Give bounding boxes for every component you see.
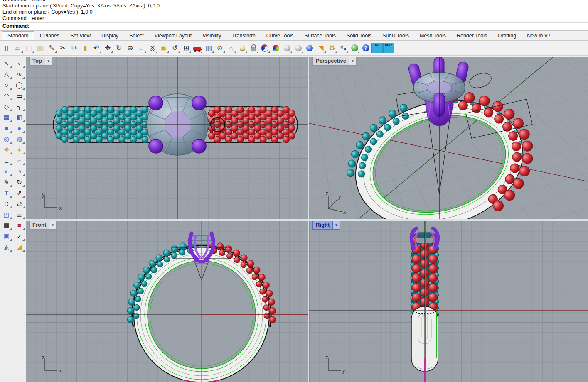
- pan-hand-icon[interactable]: ✥: [102, 43, 113, 54]
- cut-icon[interactable]: ✂: [57, 43, 68, 54]
- viewport-top[interactable]: Top ▼ y x: [26, 57, 308, 219]
- tab-mesh-tools[interactable]: Mesh Tools: [414, 32, 451, 40]
- tab-new-in-v7[interactable]: New in V7: [522, 32, 556, 40]
- tool-move-scale-icon[interactable]: ⇗: [14, 188, 25, 198]
- tool-blast-icon[interactable]: ✶: [14, 144, 25, 155]
- viewport-perspective[interactable]: Perspective ▼ z y x: [309, 57, 588, 219]
- tab-cplanes[interactable]: CPlanes: [34, 32, 65, 40]
- tool-ellipse-icon[interactable]: ◯: [14, 80, 25, 90]
- tab-select[interactable]: Select: [124, 32, 149, 40]
- chevron-down-icon[interactable]: ▼: [349, 57, 356, 65]
- edit-document-icon[interactable]: ✎: [46, 43, 57, 54]
- render-sphere-icon[interactable]: [282, 43, 293, 54]
- viewport-front[interactable]: Front ▼ z x: [26, 221, 308, 382]
- undo-view-change-icon[interactable]: ↺: [170, 43, 180, 54]
- spotlight-cone-icon[interactable]: ◥: [315, 43, 326, 54]
- tab-surface-tools[interactable]: Surface Tools: [299, 32, 341, 40]
- rotate-view-icon[interactable]: ↻: [113, 43, 124, 54]
- viewport-right[interactable]: Right ▼ z y: [309, 221, 588, 382]
- tool-fillet-edge-icon[interactable]: ∟: [1, 155, 12, 166]
- chevron-down-icon[interactable]: ▼: [49, 221, 56, 229]
- tool-surface-deform-icon[interactable]: ▨: [14, 134, 25, 144]
- viewport-layout-icon[interactable]: ⊞: [181, 43, 192, 54]
- tool-surface-from-points-icon[interactable]: ▦: [1, 112, 12, 122]
- tool-surface-icon[interactable]: ◧: [14, 112, 25, 122]
- tool-curve-interpolate-icon[interactable]: ∿: [14, 69, 25, 79]
- tool-array-grid-icon[interactable]: ▦: [1, 220, 12, 230]
- tool-sphere-icon[interactable]: ●: [14, 123, 25, 133]
- help-icon[interactable]: [360, 43, 371, 54]
- command-input[interactable]: Command:: [0, 22, 588, 31]
- zoom-window-icon[interactable]: ◌: [136, 43, 147, 54]
- tool-box-icon[interactable]: ■: [1, 123, 12, 133]
- tool-environment-map-icon[interactable]: ≣: [14, 209, 25, 220]
- tab-subd-tools[interactable]: SubD Tools: [377, 32, 414, 40]
- light-bulb-icon[interactable]: [237, 43, 248, 54]
- tab-drafting[interactable]: Drafting: [492, 32, 522, 40]
- tool-mirror-icon[interactable]: ⇄: [14, 198, 25, 209]
- render-environment-globe-icon[interactable]: [349, 43, 360, 54]
- viewport-tab-perspective[interactable]: Perspective ▼: [312, 57, 357, 66]
- tool-adjust-curve-icon[interactable]: ✎: [1, 177, 12, 187]
- tool-control-point-curve-icon[interactable]: △: [1, 69, 12, 79]
- tool-point-icon[interactable]: ∘: [14, 58, 25, 69]
- tool-primitives-icon[interactable]: ◭: [1, 242, 12, 252]
- tool-boolean-difference-icon[interactable]: ◑: [14, 166, 25, 176]
- tool-extrude-icon[interactable]: ◰: [1, 209, 12, 220]
- tab-standard[interactable]: Standard: [2, 31, 34, 40]
- open-file-icon[interactable]: ▱: [12, 43, 23, 54]
- tool-sweep-icon[interactable]: ◢: [14, 242, 25, 252]
- macro-sii-icon[interactable]: SII: [371, 43, 383, 53]
- tool-rectangle-icon[interactable]: ▭: [14, 91, 25, 101]
- zoom-selected-icon[interactable]: ◉: [158, 43, 169, 54]
- tool-rebuild-curve-icon[interactable]: ↻: [14, 177, 25, 187]
- tool-chamfer-edge-icon[interactable]: ⌐: [14, 155, 25, 166]
- tool-boolean-union-icon[interactable]: ◐: [1, 166, 12, 176]
- render-sphere-checker-icon[interactable]: [293, 43, 304, 54]
- lock-icon[interactable]: [248, 43, 259, 54]
- save-file-icon[interactable]: ▤: [24, 43, 34, 54]
- tab-viewport-layout[interactable]: Viewport Layout: [149, 32, 197, 40]
- tool-check-icon[interactable]: ✓: [14, 231, 25, 241]
- tool-arc-icon[interactable]: ◠: [1, 91, 12, 101]
- tool-polygon-icon[interactable]: ◇: [1, 101, 12, 112]
- tool-torus-icon[interactable]: ◎: [1, 134, 12, 144]
- viewport-tab-front[interactable]: Front ▼: [29, 221, 57, 230]
- radius-measure-icon[interactable]: ⊙: [214, 43, 225, 54]
- new-document-icon[interactable]: ▯: [1, 43, 12, 54]
- tab-solid-tools[interactable]: Solid Tools: [341, 32, 377, 40]
- paste-icon[interactable]: ▮: [80, 43, 91, 54]
- macro-cut2-icon[interactable]: cut2: [383, 43, 394, 53]
- zoom-dynamic-icon[interactable]: ⊕: [125, 43, 135, 54]
- selection-filter-icon[interactable]: ◬: [226, 43, 236, 54]
- viewport-tab-right[interactable]: Right ▼: [312, 221, 340, 230]
- tab-visibility[interactable]: Visibility: [197, 32, 226, 40]
- tool-offset-icon[interactable]: ▣: [1, 231, 12, 241]
- tool-select-icon[interactable]: ↖: [1, 58, 12, 69]
- cplane-icon[interactable]: ▦: [203, 43, 214, 54]
- print-icon[interactable]: ▥: [35, 43, 46, 54]
- chevron-down-icon[interactable]: ▼: [45, 57, 52, 65]
- shaded-display-icon[interactable]: [259, 43, 270, 54]
- dimension-icon[interactable]: ↹: [338, 43, 349, 54]
- tool-text-icon[interactable]: T: [1, 188, 12, 198]
- named-views-car-icon[interactable]: [192, 43, 203, 54]
- zoom-extents-icon[interactable]: ◎: [147, 43, 158, 54]
- tool-array-icon[interactable]: ∷: [1, 198, 12, 209]
- command-history[interactable]: Command: _mirror Start of mirror plane (…: [0, 0, 588, 22]
- tool-explode-icon[interactable]: ✳: [1, 144, 12, 155]
- tab-set-view[interactable]: Set View: [65, 32, 96, 40]
- render-sphere-blue-icon[interactable]: [304, 43, 315, 54]
- tool-circle-icon[interactable]: ○: [1, 80, 12, 90]
- tab-curve-tools[interactable]: Curve Tools: [261, 32, 299, 40]
- tab-transform[interactable]: Transform: [226, 32, 261, 40]
- tab-display[interactable]: Display: [96, 32, 124, 40]
- tool-curve-fillet-icon[interactable]: ╮: [14, 101, 25, 112]
- viewport-tab-top[interactable]: Top ▼: [29, 57, 52, 66]
- color-wheel-icon[interactable]: [271, 43, 281, 54]
- tool-array-linear-icon[interactable]: ≡: [14, 220, 25, 230]
- tab-render-tools[interactable]: Render Tools: [451, 32, 492, 40]
- undo-icon[interactable]: ↶: [91, 43, 102, 54]
- copy-icon[interactable]: ⧉: [69, 43, 79, 54]
- options-gears-icon[interactable]: ⚙: [327, 43, 337, 54]
